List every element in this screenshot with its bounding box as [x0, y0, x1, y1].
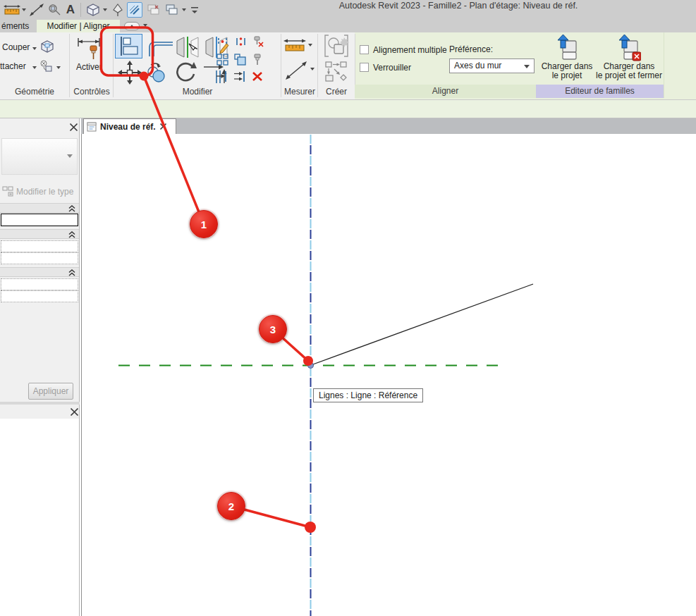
- scale-icon[interactable]: [234, 54, 247, 66]
- property-group-header[interactable]: [0, 267, 79, 277]
- property-value-field[interactable]: [1, 278, 78, 290]
- panel-separator: [317, 34, 318, 97]
- charger-l2: le projet: [552, 71, 582, 80]
- attach-icon[interactable]: [39, 59, 54, 73]
- drawing-canvas[interactable]: [81, 134, 696, 616]
- annotation-badge-3: 3: [259, 315, 287, 343]
- property-value-field[interactable]: [1, 252, 78, 264]
- revit-window: A: [0, 0, 696, 616]
- ribbon: Couper ttacher Géométrie Activer: [0, 32, 696, 99]
- charger-dans-projet-button[interactable]: Charger dans le projet: [539, 32, 595, 85]
- type-selector-combobox[interactable]: [1, 138, 78, 175]
- panel-separator: [281, 34, 281, 97]
- panel-aligner-label: Aligner: [355, 85, 536, 97]
- preference-select[interactable]: Axes du mur: [449, 58, 535, 73]
- couper-dropdown[interactable]: [32, 47, 37, 50]
- switch-windows-dropdown[interactable]: [181, 2, 188, 18]
- panel-separator: [664, 32, 664, 98]
- trim-extend-multiple-icon[interactable]: [233, 70, 248, 82]
- project-browser-close-icon[interactable]: [70, 407, 79, 417]
- verrouiller-checkbox[interactable]: [360, 63, 369, 72]
- collapse-chevron-icon: [68, 269, 75, 276]
- alignement-multiple-label: Alignement multiple: [373, 45, 447, 55]
- split-element-icon[interactable]: [216, 37, 228, 47]
- create-similar-icon[interactable]: [323, 34, 350, 58]
- collapse-arrow-icon: [130, 25, 134, 27]
- tag-icon: [48, 3, 62, 17]
- title-bar: A: [0, 0, 696, 20]
- view-tab-close-icon[interactable]: [159, 123, 167, 130]
- mirror-pick-axis-icon[interactable]: [175, 35, 202, 59]
- couper-button[interactable]: Couper: [2, 42, 30, 52]
- panel-divider[interactable]: [0, 402, 80, 405]
- create-group-icon[interactable]: [325, 61, 348, 82]
- delete-icon[interactable]: [252, 71, 263, 82]
- properties-close-icon[interactable]: [69, 123, 78, 132]
- move-icon[interactable]: [118, 61, 142, 85]
- view-tab-bar: Niveau de réf.: [81, 118, 696, 134]
- preference-selected-value: Axes du mur: [454, 61, 501, 70]
- close-hidden-windows-button[interactable]: [145, 2, 162, 18]
- panel-geometrie-label: Géométrie: [0, 86, 69, 98]
- tab-modifier-aligner[interactable]: Modifier | Aligner: [37, 20, 120, 32]
- apply-button[interactable]: Appliquer: [28, 383, 73, 400]
- options-bar: [0, 99, 696, 118]
- aligned-dimension-icon: [29, 3, 44, 17]
- measure-along-icon[interactable]: [285, 61, 307, 80]
- trim-extend-single-icon[interactable]: [216, 70, 229, 82]
- align-icon: [118, 36, 140, 56]
- copy-icon[interactable]: [145, 62, 171, 83]
- view-tab-niveau-de-ref[interactable]: Niveau de réf.: [83, 118, 176, 134]
- measure-between-icon[interactable]: [283, 37, 306, 54]
- text-tool-icon: A: [66, 3, 75, 17]
- offset-icon[interactable]: [146, 38, 174, 58]
- panel-separator: [113, 34, 114, 97]
- tag-by-category-button[interactable]: [47, 2, 63, 18]
- property-group-header[interactable]: [0, 203, 79, 213]
- array-icon[interactable]: [216, 54, 228, 66]
- aligned-dimension-button[interactable]: [28, 2, 45, 18]
- unpin-icon[interactable]: [252, 35, 264, 48]
- collapse-chevron-icon: [68, 231, 75, 238]
- attacher-dropdown-1[interactable]: [32, 66, 37, 69]
- attacher-button[interactable]: ttacher: [0, 61, 26, 71]
- customize-qat-dropdown[interactable]: [189, 2, 200, 18]
- measure-tool-button[interactable]: [1, 2, 23, 18]
- annotation-badge-1: 1: [190, 210, 218, 238]
- property-value-field[interactable]: [1, 290, 78, 302]
- preference-label: Préférence:: [449, 44, 493, 54]
- default-3d-view-button[interactable]: [85, 2, 102, 18]
- rotate-icon[interactable]: [173, 61, 197, 85]
- load-into-project-close-icon: [617, 34, 641, 62]
- property-value-field-active[interactable]: [1, 214, 78, 226]
- measure-dropdown-1[interactable]: [308, 44, 312, 47]
- pin-icon[interactable]: [252, 53, 263, 66]
- cut-geometry-icon[interactable]: [40, 39, 54, 54]
- ribbon-collapse-toggle[interactable]: [124, 22, 140, 30]
- charger-et-fermer-button[interactable]: Charger dans le projet et fermer: [595, 32, 663, 85]
- property-value-field[interactable]: [1, 240, 78, 252]
- switch-windows-button[interactable]: [164, 2, 181, 18]
- split-with-gap-icon[interactable]: [235, 37, 247, 47]
- section-button[interactable]: [110, 2, 126, 18]
- panel-separator: [69, 34, 70, 97]
- measure-dropdown[interactable]: [20, 2, 28, 18]
- tab-complements-truncated[interactable]: éments: [1, 21, 29, 31]
- modify-type-icon: [2, 186, 14, 197]
- ribbon-collapse-dropdown[interactable]: [142, 20, 149, 31]
- panel-modifier-label: Modifier: [114, 86, 281, 98]
- verrouiller-label: Verrouiller: [373, 63, 411, 73]
- text-tool-button[interactable]: A: [63, 2, 78, 18]
- measure-dropdown-2[interactable]: [310, 68, 315, 70]
- thin-lines-button[interactable]: [127, 2, 142, 18]
- attacher-dropdown-2[interactable]: [56, 66, 61, 69]
- section-marker-icon: [111, 3, 124, 17]
- qat-separator: [80, 3, 81, 17]
- project-browser-body: [0, 419, 79, 616]
- property-group-header[interactable]: [0, 229, 79, 239]
- modify-type-button[interactable]: Modifier le type: [16, 187, 73, 197]
- alignement-multiple-checkbox[interactable]: [360, 45, 369, 54]
- 3d-view-dropdown[interactable]: [102, 2, 109, 18]
- activer-button[interactable]: Activer: [76, 62, 102, 72]
- align-tool-button-selected[interactable]: [115, 34, 142, 58]
